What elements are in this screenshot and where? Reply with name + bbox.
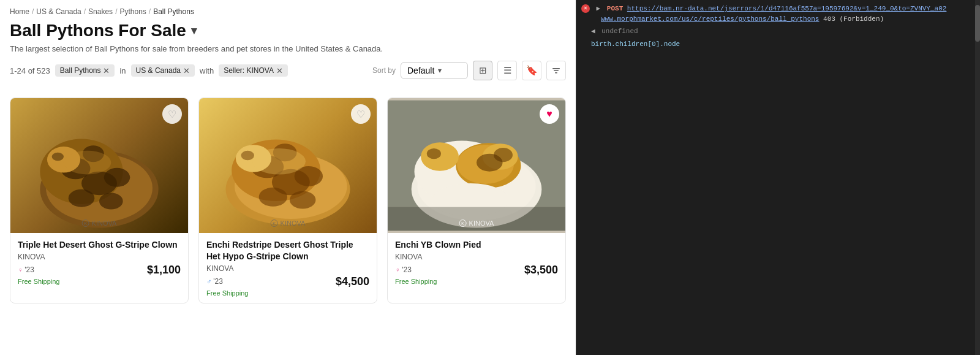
card-meta-3: ♀ '23 $3,500 [395,264,558,277]
svg-point-36 [421,142,459,170]
filter-count: 1-24 of 523 [10,66,50,75]
seller-icon-1: K [82,219,89,227]
card-year-sex-3: ♀ '23 [395,265,412,274]
title-dropdown-caret[interactable]: ▾ [191,24,197,37]
console-entry-2: ◀ undefined [591,26,975,37]
card-shipping-2: Free Shipping [206,289,369,297]
card-body-1: Triple Het Desert Ghost G-Stripe Clown K… [10,233,188,291]
svg-point-10 [99,193,123,209]
watermark-seller-name-2: KINOVA [281,219,306,227]
breadcrumb-current: Ball Pythons [153,7,194,16]
breadcrumb-snakes[interactable]: Snakes [88,7,113,16]
console-url-part1[interactable]: https://bam.nr-data.net/jserrors/1/d4711… [627,5,947,12]
card-image-3: ♥ K KINOVA [388,98,565,233]
console-url-part2-indent: www.morphmarket.com/us/c/reptiles/python… [601,15,884,23]
breadcrumb-sep-3: / [115,7,117,16]
card-year-3: '23 [402,265,412,274]
filter-tag-remove-us-canada[interactable]: ✕ [183,67,190,75]
filter-tag-us-canada[interactable]: US & Canada ✕ [131,64,195,77]
svg-point-22 [290,191,316,209]
view-grid-button[interactable]: ⊞ [473,61,492,80]
card-seller-3: KINOVA [395,253,558,261]
breadcrumb-sep-1: / [32,7,34,16]
card-year-1: '23 [24,265,34,274]
wishlist-button-2[interactable]: ♡ [351,104,371,124]
card-price-3: $3,500 [524,264,558,277]
card-body-3: Enchi YB Clown Pied KINOVA ♀ '23 $3,500 … [388,233,565,291]
breadcrumb-home[interactable]: Home [10,7,29,16]
svg-rect-1 [554,71,559,72]
breadcrumb-us-canada[interactable]: US & Canada [36,7,81,16]
card-shipping-3: Free Shipping [395,278,558,285]
card-meta-1: ♀ '23 $1,100 [18,264,181,277]
filter-tag-remove-seller[interactable]: ✕ [276,67,283,75]
svg-point-11 [69,189,95,207]
svg-rect-2 [555,72,557,74]
page-subtitle: The largest selection of Ball Pythons fo… [10,44,566,53]
filter-with-text: with [200,66,214,75]
svg-point-14 [64,151,111,175]
svg-rect-0 [552,68,560,69]
console-property: birth.children[0].node [591,40,680,48]
product-card-1[interactable]: ♡ K KINOVA Triple Het Desert Ghost G-Str… [10,97,189,303]
card-meta-2: ♂ '23 $4,500 [206,275,369,288]
card-watermark-1: K KINOVA [82,219,117,227]
breadcrumb: Home / US & Canada / Snakes / Pythons / … [10,7,566,16]
svg-rect-39 [388,207,565,231]
svg-point-8 [104,168,130,187]
console-entry-3: birth.children[0].node [591,39,975,50]
card-price-1: $1,100 [147,264,181,277]
sex-icon-2: ♂ [206,278,211,285]
card-image-2: ♡ K KINOVA [199,98,377,233]
breadcrumb-sep-2: / [84,7,86,16]
sort-dropdown[interactable]: Default ▾ [401,62,468,79]
seller-icon-3: K [459,219,467,227]
main-panel: Home / US & Canada / Snakes / Pythons / … [0,0,576,355]
product-grid: ♡ K KINOVA Triple Het Desert Ghost G-Str… [10,97,566,303]
view-filter-button[interactable] [546,61,566,80]
card-image-1: ♡ K KINOVA [10,98,188,233]
filter-tag-ball-pythons[interactable]: Ball Pythons ✕ [55,64,115,77]
breadcrumb-pythons[interactable]: Pythons [119,7,146,16]
svg-point-25 [241,151,254,160]
svg-point-23 [259,188,287,207]
svg-point-35 [494,148,513,162]
watermark-seller-name-1: KINOVA [92,219,117,227]
svg-point-13 [52,153,64,161]
card-title-1: Triple Het Desert Ghost G-Stripe Clown [18,239,181,251]
filter-in-text: in [119,66,126,75]
view-list-button[interactable]: ☰ [497,61,517,80]
filter-tag-label: Ball Pythons [60,66,101,75]
card-year-sex-2: ♂ '23 [206,277,223,286]
sex-icon-3: ♀ [395,266,400,273]
card-title-3: Enchi YB Clown Pied [395,239,558,251]
card-year-2: '23 [213,277,223,286]
console-url-part2[interactable]: www.morphmarket.com/us/c/reptiles/python… [601,15,819,23]
console-expand-arrow[interactable]: ▶ [597,5,601,12]
product-card-3[interactable]: ♥ K KINOVA Enchi YB Clown Pied KINOVA ♀ … [387,97,566,303]
card-title-2: Enchi Redstripe Desert Ghost Triple Het … [206,239,369,262]
wishlist-button-3[interactable]: ♥ [540,104,559,124]
filter-tag-seller[interactable]: Seller: KINOVA ✕ [219,64,288,77]
console-error-icon: ✕ [581,4,590,13]
filter-tag-remove-ball-pythons[interactable]: ✕ [103,67,110,75]
svg-point-26 [252,148,306,175]
console-entry-1: ✕ ▶ POST https://bam.nr-data.net/jserror… [581,4,975,24]
filter-tag-label-us: US & Canada [136,66,181,75]
card-body-2: Enchi Redstripe Desert Ghost Triple Het … [199,233,377,303]
console-undefined: undefined [601,28,638,35]
view-bookmark-button[interactable]: 🔖 [522,61,541,80]
sort-dropdown-arrow: ▾ [438,66,442,75]
seller-icon-2: K [271,219,278,227]
product-card-2[interactable]: ♡ K KINOVA Enchi Redstripe Desert Ghost … [198,97,377,303]
watermark-seller-name-3: KINOVA [469,219,494,227]
card-watermark-2: K KINOVA [271,219,306,227]
card-watermark-3: K KINOVA [459,219,494,227]
console-status-code: 403 (Forbidden) [823,15,884,23]
filter-tag-label-seller: Seller: KINOVA [224,66,274,75]
sort-row: Sort by Default ▾ ⊞ ☰ 🔖 [372,61,566,80]
wishlist-button-1[interactable]: ♡ [162,104,182,124]
breadcrumb-sep-4: / [149,7,151,16]
console-collapse-arrow[interactable]: ◀ [591,28,595,35]
filter-bar: 1-24 of 523 Ball Pythons ✕ in US & Canad… [10,64,288,77]
